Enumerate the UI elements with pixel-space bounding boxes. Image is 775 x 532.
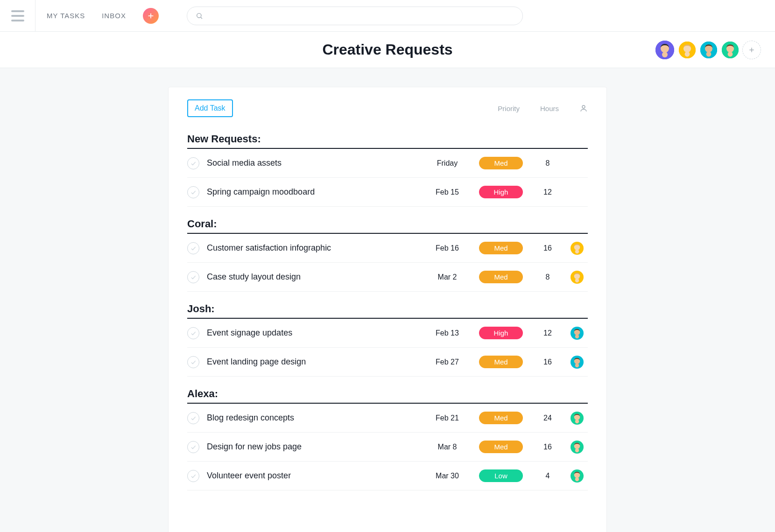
task-row[interactable]: Social media assetsFridayMed8 [187, 149, 588, 178]
task-hours[interactable]: 12 [529, 188, 566, 196]
task-due-date[interactable]: Mar 30 [422, 472, 473, 480]
member-avatar[interactable] [721, 41, 740, 59]
svg-point-18 [582, 105, 585, 108]
assignee-avatar [571, 327, 584, 340]
task-hours[interactable]: 4 [529, 472, 566, 480]
task-priority[interactable]: Med [473, 412, 529, 424]
add-member-button[interactable] [742, 41, 761, 59]
task-due-date[interactable]: Feb 13 [422, 329, 473, 337]
priority-pill: Med [479, 441, 523, 453]
task-assignee[interactable] [566, 412, 588, 425]
task-priority[interactable]: High [473, 327, 529, 339]
task-title[interactable]: Volunteer event poster [207, 471, 422, 481]
complete-checkbox[interactable] [187, 157, 199, 169]
task-hours[interactable]: 8 [529, 273, 566, 281]
task-hours[interactable]: 12 [529, 329, 566, 337]
member-avatar[interactable] [655, 40, 675, 60]
svg-rect-24 [575, 278, 579, 282]
nav-my-tasks[interactable]: MY TASKS [47, 12, 85, 20]
svg-rect-6 [662, 52, 668, 57]
priority-pill: Med [479, 412, 523, 424]
section-title[interactable]: Alexa: [187, 388, 588, 404]
task-assignee[interactable] [566, 469, 588, 483]
task-due-date[interactable]: Feb 21 [422, 414, 473, 422]
task-due-date[interactable]: Mar 2 [422, 273, 473, 281]
member-avatar[interactable] [699, 41, 718, 59]
task-due-date[interactable]: Feb 15 [422, 188, 473, 196]
complete-checkbox[interactable] [187, 327, 199, 339]
section-title[interactable]: Josh: [187, 303, 588, 319]
search-field[interactable] [187, 7, 523, 25]
task-title[interactable]: Event landing page design [207, 357, 422, 367]
task-row[interactable]: Design for new jobs pageMar 8Med16 [187, 433, 588, 462]
hamburger-icon [11, 10, 24, 21]
priority-pill: Med [479, 271, 523, 283]
task-row[interactable]: Volunteer event posterMar 30Low4 [187, 462, 588, 490]
project-header: Creative Requests [0, 32, 775, 68]
task-hours[interactable]: 16 [529, 358, 566, 366]
svg-line-3 [201, 17, 202, 19]
assignee-avatar [571, 441, 584, 454]
section: Josh:Event signage updatesFeb 13High12Ev… [187, 303, 588, 377]
add-task-button[interactable]: Add Task [187, 99, 233, 117]
task-title[interactable]: Case study layout design [207, 272, 422, 282]
assignee-avatar [571, 412, 584, 425]
task-row[interactable]: Event signage updatesFeb 13High12 [187, 319, 588, 348]
task-due-date[interactable]: Feb 27 [422, 358, 473, 366]
task-row[interactable]: Blog redesign conceptsFeb 21Med24 [187, 404, 588, 433]
task-priority[interactable]: High [473, 186, 529, 198]
task-priority[interactable]: Med [473, 356, 529, 368]
task-priority[interactable]: Med [473, 242, 529, 254]
task-assignee[interactable] [566, 441, 588, 454]
svg-point-2 [197, 13, 201, 17]
task-hours[interactable]: 24 [529, 414, 566, 422]
task-hours[interactable]: 8 [529, 159, 566, 168]
complete-checkbox[interactable] [187, 470, 199, 482]
task-hours[interactable]: 16 [529, 244, 566, 252]
task-assignee[interactable] [566, 271, 588, 284]
member-avatar[interactable] [678, 41, 697, 59]
svg-rect-27 [575, 334, 579, 338]
section: Coral:Customer satisfaction infographicF… [187, 218, 588, 292]
task-due-date[interactable]: Friday [422, 159, 473, 168]
task-title[interactable]: Event signage updates [207, 328, 422, 338]
priority-pill: High [479, 327, 523, 339]
panel-header: Add Task Priority Hours [169, 87, 606, 117]
complete-checkbox[interactable] [187, 242, 199, 254]
complete-checkbox[interactable] [187, 271, 199, 283]
task-priority[interactable]: Med [473, 157, 529, 169]
task-row[interactable]: Spring campaign moodboardFeb 15High12 [187, 178, 588, 207]
nav-inbox[interactable]: INBOX [102, 12, 126, 20]
task-assignee[interactable] [566, 327, 588, 340]
task-hours[interactable]: 16 [529, 443, 566, 451]
complete-checkbox[interactable] [187, 441, 199, 453]
section: Alexa:Blog redesign conceptsFeb 21Med24D… [187, 388, 588, 490]
task-due-date[interactable]: Mar 8 [422, 443, 473, 451]
task-due-date[interactable]: Feb 16 [422, 244, 473, 252]
task-title[interactable]: Design for new jobs page [207, 442, 422, 452]
task-row[interactable]: Case study layout designMar 2Med8 [187, 263, 588, 292]
section-title[interactable]: New Requests: [187, 133, 588, 149]
task-row[interactable]: Event landing page designFeb 27Med16 [187, 348, 588, 377]
task-title[interactable]: Spring campaign moodboard [207, 187, 422, 197]
global-add-button[interactable] [143, 8, 159, 24]
task-assignee[interactable] [566, 242, 588, 255]
assignee-avatar [571, 242, 584, 255]
task-row[interactable]: Customer satisfaction infographicFeb 16M… [187, 234, 588, 263]
sections-container: New Requests:Social media assetsFridayMe… [169, 133, 606, 490]
task-assignee[interactable] [566, 356, 588, 369]
task-title[interactable]: Customer satisfaction infographic [207, 243, 422, 253]
complete-checkbox[interactable] [187, 412, 199, 424]
task-title[interactable]: Social media assets [207, 158, 422, 168]
task-priority[interactable]: Low [473, 469, 529, 482]
task-title[interactable]: Blog redesign concepts [207, 413, 422, 423]
complete-checkbox[interactable] [187, 186, 199, 198]
priority-pill: High [479, 186, 523, 198]
search-input[interactable] [208, 12, 514, 20]
sidebar-toggle[interactable] [0, 0, 35, 32]
col-header-hours: Hours [540, 105, 559, 112]
section-title[interactable]: Coral: [187, 218, 588, 234]
task-priority[interactable]: Med [473, 271, 529, 283]
task-priority[interactable]: Med [473, 441, 529, 453]
complete-checkbox[interactable] [187, 356, 199, 368]
